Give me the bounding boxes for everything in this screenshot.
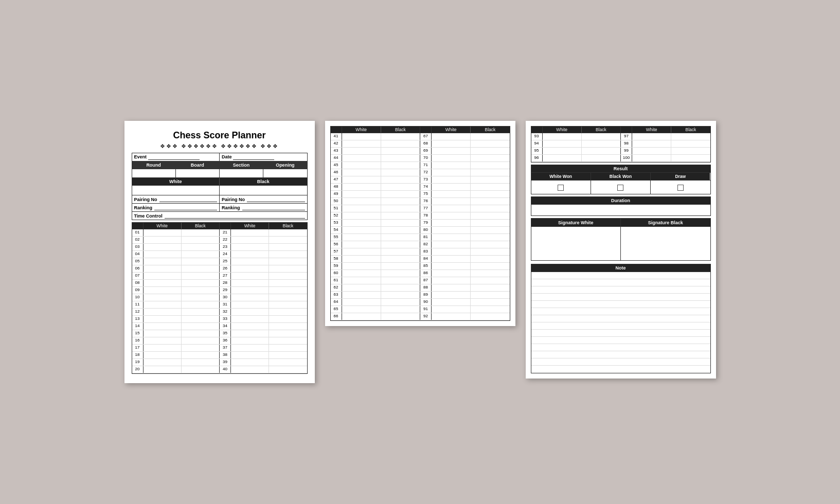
black-score2[interactable] <box>471 198 509 205</box>
black-score2[interactable] <box>471 133 509 140</box>
black-score[interactable] <box>182 251 220 258</box>
white-score2[interactable] <box>231 237 269 243</box>
event-field[interactable]: Event <box>132 153 220 161</box>
note-line[interactable] <box>531 286 710 294</box>
black-score[interactable] <box>381 220 420 226</box>
white-score[interactable] <box>342 205 381 212</box>
draw-checkbox[interactable] <box>651 181 710 194</box>
black-score[interactable] <box>582 155 621 161</box>
sig-black-area[interactable] <box>621 227 710 260</box>
opening-input[interactable] <box>263 169 307 177</box>
white-score[interactable] <box>144 359 182 366</box>
black-score[interactable] <box>381 306 420 313</box>
white-score[interactable] <box>144 273 182 279</box>
white-score[interactable] <box>144 244 182 250</box>
white-score[interactable] <box>342 299 381 305</box>
black-score2[interactable] <box>269 287 307 294</box>
section-input[interactable] <box>220 169 263 177</box>
black-score2[interactable] <box>269 280 307 286</box>
black-score[interactable] <box>182 359 220 366</box>
black-score[interactable] <box>582 133 621 140</box>
black-score[interactable] <box>582 148 621 154</box>
black-score2[interactable] <box>671 140 710 147</box>
ranking-right[interactable]: Ranking <box>220 204 307 211</box>
black-score[interactable] <box>381 284 420 291</box>
white-score2[interactable] <box>432 292 471 298</box>
draw-check-icon[interactable] <box>677 185 684 191</box>
white-score[interactable] <box>342 241 381 248</box>
white-score[interactable] <box>144 258 182 265</box>
black-score[interactable] <box>381 263 420 269</box>
white-score[interactable] <box>342 248 381 255</box>
white-score2[interactable] <box>231 280 269 286</box>
white-score2[interactable] <box>231 352 269 358</box>
black-score2[interactable] <box>269 244 307 250</box>
black-score2[interactable] <box>269 323 307 330</box>
white-score[interactable] <box>342 140 381 147</box>
white-score[interactable] <box>342 155 381 161</box>
black-score[interactable] <box>182 229 220 236</box>
black-score[interactable] <box>182 258 220 265</box>
white-score2[interactable] <box>231 366 269 373</box>
black-score[interactable] <box>182 294 220 301</box>
black-score[interactable] <box>182 301 220 308</box>
white-score2[interactable] <box>632 155 671 161</box>
white-score2[interactable] <box>231 287 269 294</box>
black-score2[interactable] <box>269 251 307 258</box>
black-score[interactable] <box>182 345 220 351</box>
white-score2[interactable] <box>432 284 471 291</box>
white-score2[interactable] <box>432 169 471 176</box>
white-score2[interactable] <box>231 337 269 344</box>
white-score2[interactable] <box>432 241 471 248</box>
white-score[interactable] <box>342 184 381 190</box>
white-score[interactable] <box>342 162 381 169</box>
black-score[interactable] <box>381 191 420 197</box>
black-score2[interactable] <box>269 309 307 315</box>
white-score[interactable] <box>342 277 381 284</box>
white-score[interactable] <box>543 155 582 161</box>
black-score2[interactable] <box>269 366 307 373</box>
black-score[interactable] <box>381 241 420 248</box>
black-score2[interactable] <box>269 229 307 236</box>
black-score[interactable] <box>182 309 220 315</box>
duration-input[interactable] <box>531 205 711 216</box>
black-score2[interactable] <box>269 352 307 358</box>
white-score[interactable] <box>342 313 381 320</box>
black-score[interactable] <box>182 366 220 373</box>
black-score2[interactable] <box>269 330 307 337</box>
black-score2[interactable] <box>269 237 307 243</box>
black-score[interactable] <box>381 155 420 161</box>
white-score[interactable] <box>342 263 381 269</box>
black-score[interactable] <box>381 299 420 305</box>
black-score[interactable] <box>381 234 420 241</box>
note-line[interactable] <box>531 351 710 358</box>
black-score[interactable] <box>381 133 420 140</box>
black-score2[interactable] <box>671 155 710 161</box>
white-score[interactable] <box>342 198 381 205</box>
white-score2[interactable] <box>231 345 269 351</box>
black-score[interactable] <box>381 140 420 147</box>
black-score2[interactable] <box>471 234 509 241</box>
black-score[interactable] <box>381 270 420 277</box>
black-score2[interactable] <box>471 191 509 197</box>
white-score2[interactable] <box>432 306 471 313</box>
white-score[interactable] <box>144 352 182 358</box>
white-score2[interactable] <box>432 133 471 140</box>
black-score[interactable] <box>182 280 220 286</box>
pairing-no-left[interactable]: Pairing No <box>132 195 220 203</box>
white-score[interactable] <box>144 301 182 308</box>
white-score2[interactable] <box>432 313 471 320</box>
black-score2[interactable] <box>471 277 509 284</box>
black-score2[interactable] <box>269 301 307 308</box>
black-score2[interactable] <box>269 265 307 272</box>
black-score2[interactable] <box>471 299 509 305</box>
black-score[interactable] <box>381 212 420 219</box>
white-score2[interactable] <box>432 263 471 269</box>
white-score[interactable] <box>144 316 182 322</box>
black-score2[interactable] <box>471 212 509 219</box>
white-score2[interactable] <box>231 258 269 265</box>
board-input[interactable] <box>176 169 220 177</box>
black-score[interactable] <box>182 337 220 344</box>
white-score2[interactable] <box>231 244 269 250</box>
white-score2[interactable] <box>231 273 269 279</box>
